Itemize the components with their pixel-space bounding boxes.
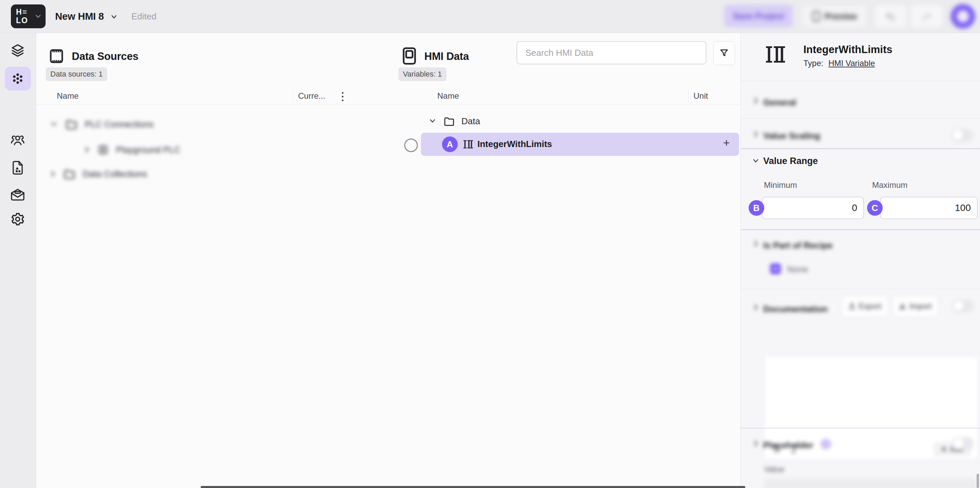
sidebar-item-inbox[interactable]	[10, 188, 25, 202]
add-binding-button[interactable]: +	[723, 136, 730, 149]
import-button[interactable]: Import	[892, 296, 938, 317]
sidebar-item-settings[interactable]	[10, 212, 25, 227]
user-avatar[interactable]	[951, 4, 975, 29]
section-general[interactable]: General	[741, 84, 980, 116]
reference-badge: A	[442, 137, 458, 152]
tree-row-playground-plc[interactable]: Playground PLC	[83, 144, 180, 156]
bottom-dock-edge	[201, 486, 745, 488]
column-menu-icon[interactable]	[340, 91, 345, 103]
filter-button[interactable]	[713, 41, 735, 65]
minimum-label: Minimum	[764, 180, 797, 190]
tree-row-data-folder[interactable]: Data	[428, 116, 480, 127]
integer-type-icon-large	[764, 44, 787, 65]
tree-row-data-collections[interactable]: Data Collections	[49, 168, 147, 180]
undo-icon	[885, 12, 896, 21]
redo-button[interactable]	[911, 5, 943, 28]
tree-label: Playground PLC	[116, 145, 180, 155]
asset-file-icon	[11, 160, 25, 176]
chevron-right-icon	[752, 130, 759, 138]
section-label: General	[763, 97, 796, 108]
variable-radio[interactable]	[404, 138, 418, 152]
column-header-unit[interactable]: Unit	[694, 91, 708, 101]
sidebar-item-users[interactable]	[10, 133, 25, 147]
data-sources-panel: Data Sources Data sources: 1 Name Curre.…	[36, 33, 388, 488]
folder-icon	[63, 168, 76, 180]
sidebar-item-data[interactable]	[11, 72, 25, 86]
preview-device-icon	[812, 11, 821, 22]
integer-type-icon	[463, 139, 474, 150]
column-divider[interactable]	[293, 90, 293, 102]
variable-label: IntegerWithLimits	[477, 139, 552, 149]
chevron-right-icon	[752, 439, 759, 448]
minimum-input[interactable]	[762, 197, 864, 219]
section-recipe[interactable]: Is Part of Recipe None	[741, 231, 980, 289]
checkbox-dash	[773, 268, 778, 270]
tree-row-plc-connections[interactable]: PLC Connections	[49, 118, 153, 130]
edited-status: Edited	[131, 11, 156, 22]
type-label: Type:	[803, 59, 824, 68]
layers-icon	[10, 43, 25, 58]
data-sources-tree: PLC Connections Playground PLC Data Coll…	[36, 111, 388, 220]
chevron-down-icon[interactable]	[751, 157, 760, 165]
project-title[interactable]: New HMI 8	[55, 11, 104, 22]
section-placeholder[interactable]: Placeholder Value	[741, 429, 980, 488]
maximum-ref-badge[interactable]: C	[867, 200, 883, 216]
maximum-input[interactable]	[880, 197, 978, 219]
focus-divider	[741, 229, 980, 230]
value-scaling-toggle[interactable]	[952, 129, 973, 141]
placeholder-toggle[interactable]	[953, 437, 974, 450]
toggle-knob	[953, 438, 964, 448]
column-header-name[interactable]: Name	[437, 91, 459, 101]
section-documentation[interactable]: Documentation Export Import	[741, 290, 980, 426]
export-button[interactable]: Export	[842, 296, 888, 317]
users-icon	[10, 133, 25, 147]
data-dots-icon	[11, 72, 25, 86]
preview-button[interactable]: Preview	[802, 5, 867, 28]
logo-line-1: H≡	[16, 8, 28, 16]
inbox-icon	[10, 188, 25, 202]
toggle-knob	[953, 301, 964, 311]
inspector-title: IntegerWithLimits	[803, 44, 892, 56]
project-title-chevron-icon[interactable]	[110, 14, 118, 21]
folder-icon	[443, 116, 455, 127]
section-value-scaling[interactable]: Value Scaling	[741, 120, 980, 148]
undo-button[interactable]	[875, 5, 907, 28]
app-logo-menu[interactable]: H≡ LO	[11, 5, 46, 28]
column-header-name[interactable]: Name	[57, 91, 79, 101]
hmi-data-panel: HMI Data Variables: 1 Name Unit Data A	[388, 33, 741, 488]
inspector-panel: IntegerWithLimits Type: HMI Variable Gen…	[740, 33, 980, 488]
settings-icon	[10, 212, 25, 227]
inspector-scrollbar[interactable]	[977, 474, 979, 488]
data-sources-title: Data Sources	[72, 50, 138, 63]
toggle-knob	[953, 130, 963, 141]
avatar-glyph	[957, 10, 969, 22]
placeholder-value-input[interactable]	[764, 479, 977, 488]
sidebar-item-layers[interactable]	[10, 43, 25, 58]
variable-row-selected[interactable]: A IntegerWithLimits +	[421, 133, 739, 156]
folder-label: Data	[461, 116, 480, 127]
documentation-toggle[interactable]	[953, 300, 974, 312]
column-header-current[interactable]: Curre...	[298, 91, 325, 101]
section-label: Value Scaling	[763, 131, 821, 141]
type-value-link[interactable]: HMI Variable	[828, 59, 875, 68]
search-input[interactable]	[517, 41, 706, 64]
info-icon[interactable]	[821, 439, 831, 450]
header-rule	[388, 105, 740, 105]
logo-line-2: LO	[16, 16, 28, 25]
export-icon	[849, 302, 856, 310]
sidebar-item-assets[interactable]	[11, 160, 25, 176]
export-label: Export	[859, 302, 881, 311]
section-label[interactable]: Value Range	[763, 156, 818, 167]
minimum-ref-badge[interactable]: B	[749, 200, 764, 216]
import-label: Import	[909, 302, 931, 311]
save-project-button[interactable]: Save Project	[724, 5, 793, 27]
chevron-down-icon	[49, 121, 58, 128]
data-sources-icon	[47, 46, 66, 66]
divider	[741, 81, 980, 81]
recipe-checkbox[interactable]	[770, 263, 781, 274]
divider	[741, 428, 980, 428]
chevron-right-icon	[752, 240, 759, 248]
section-label: Is Part of Recipe	[763, 240, 833, 251]
topbar-actions: Save Project Preview	[718, 0, 980, 33]
variables-count-badge: Variables: 1	[398, 67, 447, 81]
